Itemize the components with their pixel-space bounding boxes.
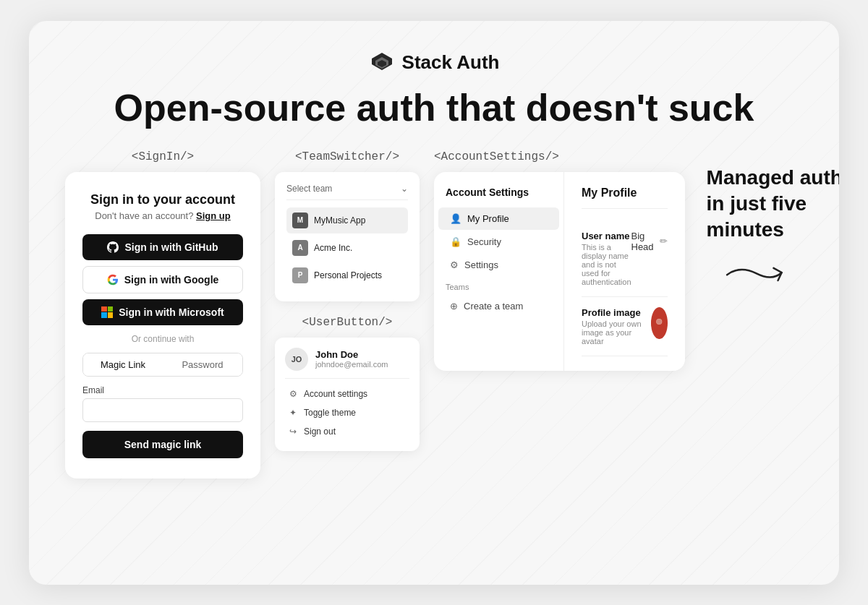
app-title: Stack Auth: [402, 51, 500, 74]
ts-item-1[interactable]: A Acme Inc.: [286, 235, 408, 261]
profile-icon: 👤: [450, 213, 461, 224]
signout-icon: ↪: [288, 426, 298, 437]
as-sidebar: Account Settings 👤 My Profile 🔒 Security: [434, 172, 564, 371]
account-settings-label: <AccountSettings/>: [434, 150, 685, 163]
user-button-label: <UserButton/>: [275, 316, 420, 329]
microsoft-signin-button[interactable]: Sign in with Microsoft: [82, 299, 243, 325]
google-icon: [107, 274, 119, 286]
svg-point-6: [657, 319, 662, 324]
ts-name-0: MyMusic App: [314, 215, 365, 226]
github-icon: [107, 241, 119, 253]
headline: Open-source auth that doesn't suck: [65, 87, 803, 129]
signin-label: <SignIn/>: [65, 150, 260, 163]
account-settings-section: <AccountSettings/> Account Settings 👤 My…: [434, 150, 685, 371]
as-main: My Profile User name This is a display n…: [564, 172, 685, 371]
team-switcher-label: <TeamSwitcher/>: [275, 150, 420, 163]
as-field-avatar: Profile image Upload your own image as y…: [582, 297, 668, 356]
ub-sign-out[interactable]: ↪ Sign out: [285, 422, 409, 441]
ts-name-2: Personal Projects: [314, 270, 382, 280]
header: Stack Auth Open-source auth that doesn't…: [65, 50, 803, 129]
as-nav-create-team[interactable]: ⊕ Create a team: [438, 295, 559, 317]
managed-auth-text: Managed auth in just five minutes: [707, 165, 839, 244]
logo-row: Stack Auth: [65, 50, 803, 76]
team-switcher-card: Select team ⌄ M MyMusic App A Acme Inc. …: [275, 172, 420, 301]
ub-user-row: JO John Doe johndoe@email.com: [285, 348, 409, 379]
signup-link[interactable]: Sign up: [196, 210, 231, 221]
as-nav-security[interactable]: 🔒 Security: [438, 231, 559, 253]
as-username-value: Big Head ✏: [631, 231, 668, 252]
microsoft-icon: [101, 306, 113, 318]
signin-column: <SignIn/> Sign in to your account Don't …: [65, 150, 260, 479]
ts-avatar-0: M: [292, 213, 308, 228]
as-field-username: User name This is a display name and is …: [582, 220, 668, 297]
columns-wrapper: <SignIn/> Sign in to your account Don't …: [65, 150, 803, 479]
ts-select-row: Select team ⌄: [286, 184, 408, 200]
ub-toggle-theme[interactable]: ✦ Toggle theme: [285, 403, 409, 422]
managed-auth-section: Managed auth in just five minutes: [699, 150, 839, 305]
as-username-desc: This is a display name and is not used f…: [582, 243, 631, 286]
svg-point-5: [655, 325, 664, 331]
theme-icon: ✦: [288, 408, 298, 418]
right-inner: <AccountSettings/> Account Settings 👤 My…: [434, 150, 685, 371]
ub-initials: JO: [285, 348, 308, 371]
account-settings-card: Account Settings 👤 My Profile 🔒 Security: [434, 172, 685, 371]
google-signin-button[interactable]: Sign in with Google: [82, 266, 243, 293]
ub-email: johndoe@email.com: [315, 360, 388, 369]
main-container: Stack Auth Open-source auth that doesn't…: [29, 21, 839, 585]
as-avatar-desc: Upload your own image as your avatar: [582, 319, 651, 346]
arrow-scribble: [717, 249, 796, 311]
avatar-image: [651, 307, 667, 339]
ts-avatar-2: P: [292, 267, 308, 283]
settings-icon: ⚙: [450, 259, 459, 270]
ts-item-0[interactable]: M MyMusic App: [286, 207, 408, 233]
signin-subtitle: Don't have an account? Sign up: [82, 210, 243, 221]
ts-item-2[interactable]: P Personal Projects: [286, 262, 408, 288]
security-icon: 🔒: [450, 236, 461, 247]
as-sidebar-title: Account Settings: [434, 186, 563, 207]
signin-title: Sign in to your account: [82, 192, 243, 207]
email-label: Email: [82, 385, 243, 395]
as-main-title: My Profile: [582, 186, 668, 209]
user-button-card: JO John Doe johndoe@email.com ⚙ Account …: [275, 338, 420, 451]
tab-row: Magic Link Password: [82, 353, 243, 377]
ub-account-settings[interactable]: ⚙ Account settings: [285, 385, 409, 403]
email-input[interactable]: [82, 398, 243, 422]
avatar: [651, 307, 667, 339]
as-username-label: User name: [582, 231, 631, 241]
password-tab[interactable]: Password: [163, 353, 242, 376]
as-nav-my-profile[interactable]: 👤 My Profile: [438, 207, 559, 230]
signin-card: Sign in to your account Don't have an ac…: [65, 172, 260, 479]
ts-name-1: Acme Inc.: [314, 243, 352, 253]
as-field-avatar-info: Profile image Upload your own image as y…: [582, 307, 651, 346]
ub-name: John Doe: [315, 349, 388, 360]
middle-column: <TeamSwitcher/> Select team ⌄ M MyMusic …: [275, 150, 420, 451]
plus-icon: ⊕: [450, 301, 458, 312]
github-signin-button[interactable]: Sign in with GitHub: [82, 234, 243, 260]
as-avatar-label: Profile image: [582, 307, 651, 318]
stack-auth-logo-icon: [369, 50, 395, 76]
as-field-username-info: User name This is a display name and is …: [582, 231, 631, 286]
ts-avatar-1: A: [292, 240, 308, 256]
send-magic-link-button[interactable]: Send magic link: [82, 431, 243, 458]
edit-username-icon[interactable]: ✏: [660, 236, 668, 246]
magic-link-tab[interactable]: Magic Link: [83, 353, 163, 376]
right-column: <AccountSettings/> Account Settings 👤 My…: [434, 150, 685, 371]
teams-section-label: Teams: [434, 277, 563, 294]
ub-user-info: John Doe johndoe@email.com: [315, 349, 388, 369]
as-nav-settings[interactable]: ⚙ Settings: [438, 254, 559, 276]
or-divider: Or continue with: [82, 334, 243, 344]
gear-icon: ⚙: [288, 389, 298, 399]
